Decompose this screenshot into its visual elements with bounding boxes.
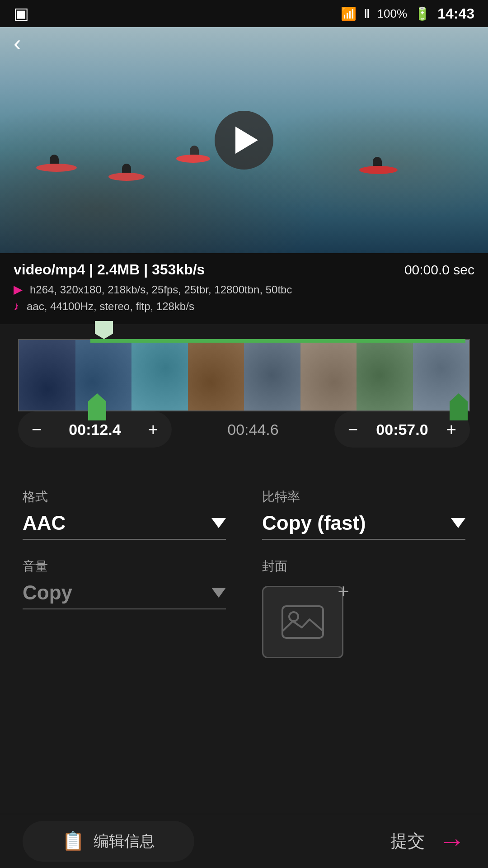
wifi-icon: 📶: [341, 6, 357, 21]
svg-point-1: [289, 612, 298, 621]
cover-label: 封面: [262, 558, 465, 575]
volume-select[interactable]: Copy: [23, 581, 226, 609]
start-minus-btn[interactable]: −: [32, 420, 42, 439]
volume-dropdown-arrow: [211, 588, 226, 598]
mid-time-display: 00:44.6: [227, 421, 278, 439]
end-time-value: 00:57.0: [376, 421, 428, 439]
film-frame-5: [244, 340, 300, 410]
film-frame-4: [188, 340, 244, 410]
format-select[interactable]: AAC: [23, 512, 226, 540]
submit-label[interactable]: 提交: [390, 830, 425, 853]
bitrate-dropdown-arrow: [451, 518, 465, 528]
edit-info-icon: 📋: [62, 830, 84, 852]
bitrate-value: Copy (fast): [262, 512, 366, 534]
svg-rect-0: [282, 606, 323, 638]
cover-plus-icon: +: [338, 580, 349, 603]
end-minus-btn[interactable]: −: [348, 420, 358, 439]
film-frame-1: [19, 340, 75, 410]
volume-value: Copy: [23, 581, 72, 604]
format-field: 格式 AAC: [23, 488, 226, 540]
start-plus-btn[interactable]: +: [148, 420, 158, 439]
status-bar: ▣ 📶 Ⅱ 100% 🔋 14:43: [0, 0, 488, 27]
volume-label: 音量: [23, 558, 226, 575]
play-button[interactable]: [215, 111, 273, 170]
back-button[interactable]: ‹: [14, 32, 21, 54]
end-plus-btn[interactable]: +: [446, 420, 456, 439]
battery-label: 100%: [377, 7, 408, 21]
bitrate-field: 比特率 Copy (fast): [262, 488, 465, 540]
format-bitrate-row: 格式 AAC 比特率 Copy (fast): [23, 488, 465, 540]
format-dropdown-arrow: [211, 518, 226, 528]
cover-image-picker[interactable]: +: [262, 586, 343, 658]
clock: 14:43: [437, 5, 474, 22]
kayak-2: [108, 173, 145, 181]
bottom-bar: 📋 编辑信息 提交 →: [0, 814, 488, 868]
filmstrip: [18, 339, 470, 411]
status-icons: 📶 Ⅱ 100% 🔋 14:43: [341, 5, 474, 22]
edit-info-button[interactable]: 📋 编辑信息: [23, 821, 194, 862]
green-selection-bar: [90, 339, 465, 343]
video-preview: [0, 27, 488, 253]
video-stream-info: h264, 320x180, 218kb/s, 25fps, 25tbr, 12…: [30, 283, 292, 296]
signal-icon: Ⅱ: [364, 6, 370, 21]
kayak-3: [176, 155, 210, 163]
audio-stream-info: aac, 44100Hz, stereo, fltp, 128kb/s: [27, 300, 194, 313]
video-timestamp: 00:00.0 sec: [404, 262, 474, 278]
time-controls: − 00:12.4 + 00:44.6 − 00:57.0 +: [0, 411, 488, 448]
video-format-info: video/mp4 | 2.4MB | 353kb/s: [14, 261, 205, 278]
edit-info-label: 编辑信息: [94, 831, 155, 852]
volume-field: 音量 Copy: [23, 558, 226, 658]
cover-image-icon: [280, 604, 325, 640]
volume-cover-row: 音量 Copy 封面 +: [23, 558, 465, 658]
cover-field: 封面 +: [262, 558, 465, 658]
app-icon: ▣: [14, 4, 29, 23]
kayak-4: [359, 166, 398, 174]
end-time-control[interactable]: − 00:57.0 +: [334, 411, 470, 448]
settings-section: 格式 AAC 比特率 Copy (fast) 音量 Copy 封面: [0, 475, 488, 672]
bitrate-label: 比特率: [262, 488, 465, 505]
timeline-cursor[interactable]: [95, 321, 113, 339]
format-value: AAC: [23, 512, 66, 534]
start-time-value: 00:12.4: [69, 421, 121, 439]
format-label: 格式: [23, 488, 226, 505]
filmstrip-container: [18, 339, 470, 420]
video-stream-icon: ▶: [14, 283, 23, 297]
film-frame-7: [357, 340, 413, 410]
kayak-1: [36, 164, 77, 172]
cursor-handle-top: [95, 321, 113, 339]
submit-arrow-icon[interactable]: →: [438, 826, 465, 857]
play-icon: [235, 127, 258, 154]
film-frame-6: [300, 340, 357, 410]
audio-stream-icon: ♪: [14, 299, 19, 313]
film-frame-3: [131, 340, 188, 410]
battery-icon: 🔋: [414, 6, 430, 21]
submit-area: 提交 →: [390, 826, 465, 857]
bitrate-select[interactable]: Copy (fast): [262, 512, 465, 540]
